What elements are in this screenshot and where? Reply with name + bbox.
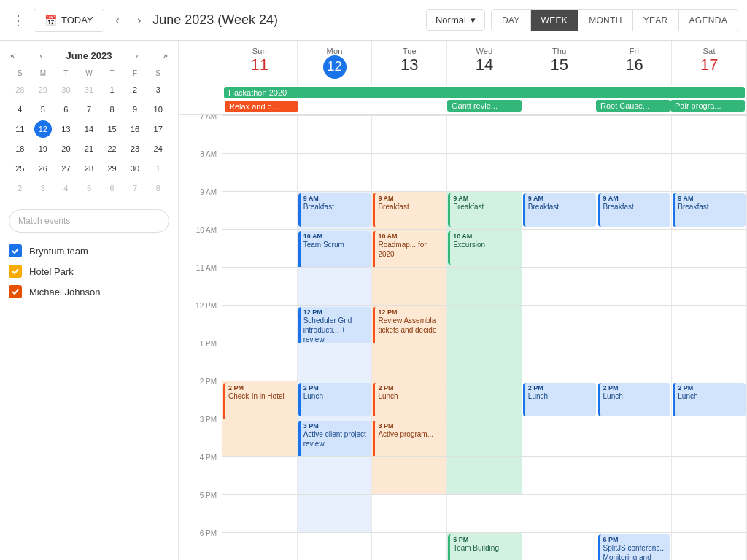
mini-day-29[interactable]: 29 xyxy=(104,160,121,177)
time-cell-thu-10[interactable] xyxy=(522,229,597,267)
mini-day-7next[interactable]: 7 xyxy=(126,179,144,197)
wed-team-event[interactable]: 6 PM Team Building xyxy=(448,534,521,560)
time-cell-fri-3[interactable] xyxy=(597,419,673,456)
cal-checkbox-hotel[interactable] xyxy=(9,265,22,278)
mini-day-6next[interactable]: 6 xyxy=(104,179,121,197)
time-cell-sun-1[interactable] xyxy=(222,343,298,381)
mini-day-2[interactable]: 2 xyxy=(126,81,144,98)
mini-day-28prev[interactable]: 28 xyxy=(11,81,28,98)
time-cell-sat-2[interactable]: 2 PM Lunch xyxy=(672,381,747,419)
mini-prev-prev-button[interactable]: « xyxy=(9,50,16,61)
time-cell-tue-4[interactable] xyxy=(372,456,447,494)
gantt-event[interactable]: Gantt revie... xyxy=(447,100,522,112)
mon-breakfast-event[interactable]: 9 AM Breakfast xyxy=(298,193,371,227)
time-cell-thu-12[interactable] xyxy=(522,305,597,343)
mini-day-18[interactable]: 18 xyxy=(11,140,28,158)
time-cell-sun-2[interactable]: 2 PM Check-In in Hotel xyxy=(222,381,298,419)
mini-day-29prev[interactable]: 29 xyxy=(34,81,52,98)
time-cell-tue-9[interactable]: 9 AM Breakfast xyxy=(372,191,447,229)
mini-day-12[interactable]: 12 xyxy=(34,120,52,138)
mini-day-5[interactable]: 5 xyxy=(34,101,52,118)
time-cell-fri-7[interactable] xyxy=(597,115,673,153)
time-cell-sun-12[interactable] xyxy=(222,305,298,343)
time-cell-mon-2[interactable]: 2 PM Lunch xyxy=(298,381,373,419)
mini-day-21[interactable]: 21 xyxy=(80,140,98,158)
time-cell-fri-8[interactable] xyxy=(597,153,673,191)
mini-day-16[interactable]: 16 xyxy=(126,120,144,138)
mini-day-25[interactable]: 25 xyxy=(11,160,28,177)
time-cell-fri-12[interactable] xyxy=(597,305,673,343)
root-event[interactable]: Root Cause... xyxy=(596,100,670,112)
time-cell-wed-10[interactable]: 10 AM Excursion xyxy=(447,229,522,267)
time-cell-tue-12[interactable]: 12 PM Review Assembla tickets and decide xyxy=(372,305,447,343)
time-cell-fri-2[interactable]: 2 PM Lunch xyxy=(597,381,673,419)
time-cell-fri-11[interactable] xyxy=(597,267,673,305)
tab-month[interactable]: MONTH xyxy=(578,10,632,31)
time-cell-sat-11[interactable] xyxy=(672,267,747,305)
mini-day-4[interactable]: 4 xyxy=(11,101,28,118)
mini-next-next-button[interactable]: » xyxy=(162,50,169,61)
time-cell-fri-10[interactable] xyxy=(597,229,673,267)
time-cell-thu-8[interactable] xyxy=(522,153,597,191)
mini-day-14[interactable]: 14 xyxy=(80,120,98,138)
mini-day-19[interactable]: 19 xyxy=(34,140,52,158)
relax-event[interactable]: Relax and o... xyxy=(225,101,298,112)
mini-day-3next[interactable]: 3 xyxy=(34,179,52,197)
thu-lunch-event[interactable]: 2 PM Lunch xyxy=(523,383,596,416)
time-cell-fri-1[interactable] xyxy=(597,343,673,381)
tab-year[interactable]: YEAR xyxy=(632,10,678,31)
mini-day-7[interactable]: 7 xyxy=(80,101,98,118)
fri-splitjs-event[interactable]: 6 PM SplitJS conferenc... Monitoring and… xyxy=(598,534,671,560)
mini-day-2next[interactable]: 2 xyxy=(11,179,28,197)
time-cell-wed-4[interactable] xyxy=(447,456,522,494)
time-cell-thu-7[interactable] xyxy=(522,115,597,153)
cal-checkbox-bryntum[interactable] xyxy=(9,244,22,257)
mini-day-22[interactable]: 22 xyxy=(104,140,121,158)
time-cell-sun-3[interactable] xyxy=(222,419,298,456)
time-cell-mon-9[interactable]: 9 AM Breakfast xyxy=(298,191,373,229)
mini-day-13[interactable]: 13 xyxy=(57,120,74,138)
mini-day-5next[interactable]: 5 xyxy=(80,179,98,197)
time-cell-fri-6[interactable]: 6 PM SplitJS conferenc... Monitoring and… xyxy=(597,532,673,560)
time-cell-thu-6[interactable] xyxy=(522,532,597,560)
time-cell-wed-1[interactable] xyxy=(447,343,522,381)
time-cell-thu-1[interactable] xyxy=(522,343,597,381)
mini-day-10[interactable]: 10 xyxy=(150,101,167,118)
mini-day-8next[interactable]: 8 xyxy=(150,179,167,197)
time-cell-mon-5[interactable] xyxy=(298,494,373,532)
time-cell-thu-9[interactable]: 9 AM Breakfast xyxy=(522,191,597,229)
mini-day-4next[interactable]: 4 xyxy=(57,179,74,197)
menu-icon[interactable]: ⋮ xyxy=(9,9,28,31)
time-cell-mon-6[interactable] xyxy=(298,532,373,560)
time-cell-sat-9[interactable]: 9 AM Breakfast xyxy=(672,191,747,229)
time-cell-thu-5[interactable] xyxy=(522,494,597,532)
search-input[interactable] xyxy=(9,209,169,233)
time-cell-wed-8[interactable] xyxy=(447,153,522,191)
time-cell-sat-4[interactable] xyxy=(672,456,747,494)
mini-day-26[interactable]: 26 xyxy=(34,160,52,177)
next-button[interactable]: › xyxy=(131,11,147,30)
mini-day-30[interactable]: 30 xyxy=(126,160,144,177)
time-cell-wed-3[interactable] xyxy=(447,419,522,456)
calendar-item-bryntum[interactable]: Bryntum team xyxy=(9,244,169,257)
time-cell-thu-2[interactable]: 2 PM Lunch xyxy=(522,381,597,419)
time-cell-mon-11[interactable] xyxy=(298,267,373,305)
time-cell-sun-4[interactable] xyxy=(222,456,298,494)
time-cell-sat-12[interactable] xyxy=(672,305,747,343)
mini-day-28[interactable]: 28 xyxy=(80,160,98,177)
time-cell-tue-8[interactable] xyxy=(372,153,447,191)
time-cell-tue-2[interactable]: 2 PM Lunch xyxy=(372,381,447,419)
mini-day-1[interactable]: 1 xyxy=(104,81,121,98)
time-cell-sat-6[interactable] xyxy=(672,532,747,560)
time-cell-wed-7[interactable] xyxy=(447,115,522,153)
time-cell-mon-12[interactable]: 12 PM Scheduler Grid introducti... + rev… xyxy=(298,305,373,343)
time-cell-sat-3[interactable] xyxy=(672,419,747,456)
time-cell-tue-6[interactable] xyxy=(372,532,447,560)
time-cell-wed-2[interactable] xyxy=(447,381,522,419)
mini-day-24[interactable]: 24 xyxy=(150,140,167,158)
time-cell-sun-5[interactable] xyxy=(222,494,298,532)
prev-button[interactable]: ‹ xyxy=(110,11,125,30)
mini-day-8[interactable]: 8 xyxy=(104,101,121,118)
sat-breakfast-event[interactable]: 9 AM Breakfast xyxy=(673,193,746,227)
time-cell-sun-9[interactable] xyxy=(222,191,298,229)
